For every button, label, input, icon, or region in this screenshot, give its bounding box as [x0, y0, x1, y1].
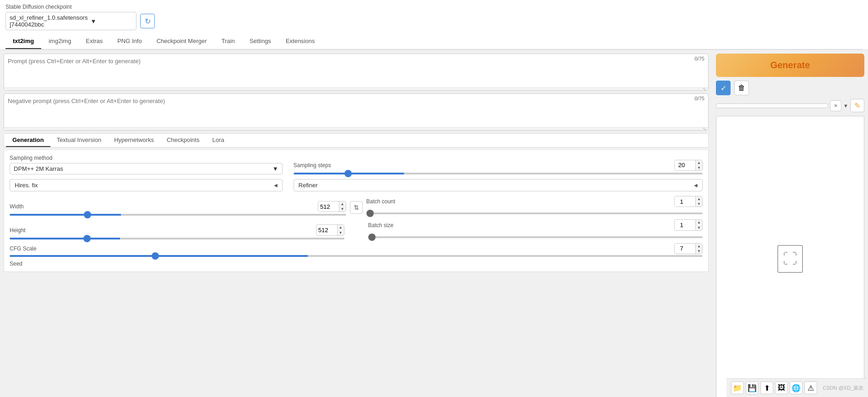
hires-fix-arrow-icon: ◀	[274, 183, 278, 188]
open-folder-button[interactable]: 📁	[731, 381, 744, 394]
cfg-scale-up[interactable]: ▲	[696, 244, 702, 249]
style-select-row: × ▼ ✎	[716, 99, 864, 112]
warning-icon: ⚠	[808, 384, 814, 392]
style-edit-button[interactable]: ✎	[850, 99, 864, 112]
tab-img2img[interactable]: img2img	[41, 34, 78, 49]
tab-extras[interactable]: Extras	[78, 34, 110, 49]
upload-button[interactable]: ⬆	[760, 381, 773, 394]
warning-button[interactable]: ⚠	[804, 381, 817, 394]
refresh-icon: ↻	[145, 17, 151, 26]
sampling-steps-label: Sampling steps	[294, 162, 331, 169]
bookmark-button[interactable]: ✓	[716, 81, 731, 95]
refresh-checkpoint-button[interactable]: ↻	[140, 14, 155, 28]
sampling-method-value: DPM++ 2M Karras	[14, 165, 63, 172]
image-button[interactable]: 🖼	[775, 381, 788, 394]
right-panel: Generate ✓ 🗑 × ▼ ✎ ⛶	[712, 50, 868, 397]
negative-prompt-counter: 0/75	[695, 96, 704, 101]
checkpoint-dropdown[interactable]: sd_xl_refiner_1.0.safetensors [7440042bb…	[5, 12, 136, 30]
dropdown-arrow-icon: ▼	[91, 18, 133, 25]
checkpoint-label: Stable Diffusion checkpoint	[5, 4, 863, 10]
height-up[interactable]: ▲	[338, 225, 344, 230]
globe-icon: 🌐	[792, 384, 801, 392]
tab-settings[interactable]: Settings	[242, 34, 278, 49]
sub-tab-generation[interactable]: Generation	[6, 134, 50, 147]
sampling-method-label: Sampling method	[10, 155, 283, 161]
width-input[interactable]: 512	[318, 202, 339, 212]
generation-section: Sampling method DPM++ 2M Karras ▼ Sampli…	[4, 150, 709, 272]
batch-size-slider[interactable]	[368, 236, 703, 238]
image-placeholder-icon: ⛶	[777, 245, 803, 273]
cfg-scale-label: CFG Scale	[10, 245, 37, 252]
tab-train[interactable]: Train	[214, 34, 242, 49]
sampling-steps-up[interactable]: ▲	[696, 160, 702, 165]
sampling-steps-input[interactable]: 20	[675, 160, 695, 170]
tab-txt2img[interactable]: txt2img	[5, 34, 41, 49]
sub-tab-textual-inversion[interactable]: Textual Inversion	[50, 134, 108, 147]
batch-size-up[interactable]: ▲	[696, 220, 702, 225]
watermark: CSDN @XD_菜农	[823, 385, 863, 392]
folder-icon: 📁	[733, 384, 742, 392]
height-label: Height	[10, 227, 26, 234]
height-input-box: 512 ▲ ▼	[316, 224, 344, 235]
main-tabs: txt2img img2img Extras PNG Info Checkpoi…	[5, 34, 863, 49]
negative-prompt-resize-handle[interactable]	[4, 127, 708, 130]
trash-icon: 🗑	[738, 84, 745, 92]
image-preview-area: ⛶	[716, 116, 864, 397]
sampling-method-arrow-icon: ▼	[273, 165, 278, 172]
prompt-wrapper: 0/75	[4, 54, 709, 91]
batch-count-slider[interactable]	[366, 212, 703, 214]
batch-count-input-box: 1 ▲ ▼	[674, 196, 703, 207]
batch-count-label: Batch count	[366, 198, 395, 205]
width-label: Width	[10, 203, 24, 210]
swap-dimensions-button[interactable]: ⇅	[350, 201, 363, 214]
batch-size-input[interactable]: 1	[675, 220, 695, 230]
tab-extensions[interactable]: Extensions	[278, 34, 322, 49]
batch-count-up[interactable]: ▲	[696, 196, 702, 201]
bookmark-icon: ✓	[721, 84, 726, 92]
batch-size-label: Batch size	[368, 222, 393, 228]
image-icon: 🖼	[778, 384, 785, 392]
generate-button[interactable]: Generate	[716, 54, 864, 77]
action-row: ✓ 🗑	[716, 81, 864, 95]
checkpoint-value: sd_xl_refiner_1.0.safetensors [7440042bb…	[10, 14, 88, 28]
height-input[interactable]: 512	[317, 225, 337, 235]
width-input-box: 512 ▲ ▼	[318, 201, 346, 212]
sub-tab-lora[interactable]: Lora	[206, 134, 230, 147]
prompt-resize-handle[interactable]	[4, 87, 708, 90]
sub-tab-checkpoints[interactable]: Checkpoints	[160, 134, 206, 147]
height-slider[interactable]	[10, 238, 344, 239]
style-clear-button[interactable]: ×	[830, 100, 841, 111]
save-icon: 💾	[748, 384, 757, 392]
batch-count-input[interactable]: 1	[675, 197, 695, 207]
seed-label: Seed	[10, 261, 703, 267]
hires-fix-toggle[interactable]: Hires. fix ◀	[10, 179, 283, 191]
globe-button[interactable]: 🌐	[790, 381, 802, 394]
sampling-steps-slider[interactable]	[294, 173, 703, 174]
refiner-arrow-icon: ◀	[694, 183, 698, 188]
batch-count-down[interactable]: ▼	[696, 201, 702, 207]
refiner-toggle[interactable]: Refiner ◀	[294, 179, 703, 191]
cfg-scale-slider[interactable]	[10, 255, 703, 257]
tab-png-info[interactable]: PNG Info	[110, 34, 149, 49]
width-up[interactable]: ▲	[339, 201, 346, 207]
negative-prompt-wrapper: 0/75	[4, 93, 709, 131]
width-slider[interactable]	[10, 214, 346, 216]
style-dropdown-arrow-icon: ▼	[843, 103, 848, 109]
sub-tab-hypernetworks[interactable]: Hypernetworks	[108, 134, 160, 147]
sampling-steps-input-box: 20 ▲ ▼	[674, 160, 703, 171]
sub-tabs: Generation Textual Inversion Hypernetwor…	[4, 134, 708, 147]
negative-prompt-input[interactable]	[4, 94, 708, 126]
tab-checkpoint-merger[interactable]: Checkpoint Merger	[149, 34, 214, 49]
batch-size-input-box: 1 ▲ ▼	[674, 219, 703, 230]
batch-size-down[interactable]: ▼	[696, 225, 702, 230]
prompt-counter: 0/75	[695, 56, 704, 61]
trash-button[interactable]: 🗑	[734, 81, 749, 95]
prompt-input[interactable]	[4, 54, 708, 86]
style-select[interactable]	[716, 103, 828, 108]
hires-fix-label: Hires. fix	[15, 182, 38, 189]
upload-icon: ⬆	[764, 384, 770, 392]
save-button[interactable]: 💾	[746, 381, 759, 394]
sampling-method-dropdown[interactable]: DPM++ 2M Karras ▼	[10, 163, 283, 174]
refiner-label: Refiner	[299, 182, 318, 189]
